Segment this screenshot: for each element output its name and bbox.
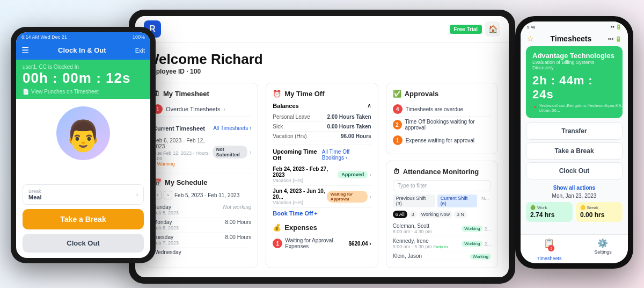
- attendance-filter[interactable]: Type to filter: [393, 180, 491, 191]
- previous-shift-tab[interactable]: Previous Shift (3): [393, 195, 435, 207]
- filter-3[interactable]: 3: [409, 211, 417, 218]
- warning-text: 1 Warning: [153, 161, 213, 167]
- not-submitted-badge: Not Submitted: [213, 146, 247, 159]
- attendance-klein[interactable]: Klein, Jason Working: [393, 251, 491, 261]
- lp-header: ☰ Clock In & Out Exit: [16, 42, 150, 60]
- expense-badge: 1: [273, 239, 282, 248]
- welcome-title: Welcome Richard: [146, 51, 498, 68]
- current-shift-tab[interactable]: Current Shift (6): [437, 195, 477, 207]
- all-bookings-link[interactable]: All Time Off Bookings ›: [322, 149, 371, 161]
- location-icon: 📍: [532, 106, 538, 111]
- filter-all[interactable]: 6 All: [393, 211, 407, 218]
- due-date: Due Feb 12, 2023 · Hours: 0.00: [153, 150, 213, 161]
- hamburger-icon[interactable]: ☰: [21, 45, 29, 55]
- time-off-card-title: ⏰ My Time Off: [273, 90, 371, 98]
- employee-id: Employee ID · 100: [146, 68, 498, 75]
- rp-header: ☆ Timesheets ••• 🔋: [521, 32, 628, 46]
- personal-leave-row: Personal Leave 2.00 Hours Taken: [273, 112, 371, 122]
- expense-row[interactable]: 1 Waiting for Approval Expenses $620.04 …: [273, 236, 371, 251]
- approvals-card: ✅ Approvals 4 Timesheets are overdue 2 T…: [386, 83, 498, 154]
- rp-transfer-button[interactable]: Transfer: [526, 123, 623, 140]
- working-badge-3: Working: [470, 254, 491, 260]
- left-phone-screen: 6:14 AM Wed Dec 21 100% ☰ Clock In & Out…: [16, 32, 150, 258]
- approvals-title: ✅ Approvals: [393, 90, 491, 98]
- schedule-date-range: Feb 5, 2023 - Feb 11, 2023: [174, 192, 239, 198]
- rp-take-break-button[interactable]: Take a Break: [526, 142, 623, 160]
- attendance-kennedy[interactable]: Kennedy, Irene 9:00 am - 5:30 pm Early I…: [393, 236, 491, 251]
- vacation-row: Vacation (Hrs) 96.00 Hours: [273, 132, 371, 141]
- tablet-header: R Free Trial 🏠: [135, 16, 509, 42]
- rp-time: 9:48: [527, 25, 536, 30]
- lp-clocked-in-banner: user1, CC is Clocked In 00h : 00m : 12s …: [16, 60, 150, 99]
- waiting-badge: Waiting for Approval: [327, 191, 368, 203]
- tablet-screen: R Free Trial 🏠 Welcome Richard Employee …: [135, 16, 509, 277]
- rp-green-card: Advantage Technologies Evaluation of Bil…: [526, 46, 623, 118]
- schedule-nav-row: ‹ › Feb 5, 2023 - Feb 11, 2023: [153, 191, 251, 199]
- lp-break-type-value: Meal: [28, 194, 41, 200]
- home-icon[interactable]: 🏠: [485, 21, 500, 37]
- rp-timer: 2h : 44m : 24s: [532, 74, 616, 102]
- work-icon: 🟢: [530, 205, 536, 210]
- expenses-title: 💰 Expenses: [273, 224, 371, 232]
- chevron-right-icon: ›: [224, 106, 225, 112]
- dashboard-grid: 🗓 My Timesheet 1 Overdue Timesheets › Cu…: [146, 83, 498, 268]
- overdue-timesheets-row[interactable]: 1 Overdue Timesheets ›: [153, 102, 251, 117]
- filter-3b[interactable]: 3 N: [454, 211, 467, 218]
- timeoff-badge: 2: [393, 120, 402, 129]
- book-time-off-link[interactable]: Book Time Off +: [273, 210, 371, 217]
- left-phone: 6:14 AM Wed Dec 21 100% ☰ Clock In & Out…: [11, 27, 156, 263]
- working-badge: Working: [462, 226, 482, 232]
- approval-timeoff-row[interactable]: 2 Time Off Bookings waiting for approval: [393, 117, 491, 133]
- rp-clock-out-button[interactable]: Clock Out: [526, 162, 623, 179]
- rp-status-bar-icons: ••• 🔋: [608, 36, 621, 42]
- free-trial-button[interactable]: Free Trial: [450, 25, 482, 34]
- collapse-icon[interactable]: ∧: [367, 102, 371, 109]
- break-icon: 🟡: [580, 205, 586, 210]
- attendance-coleman[interactable]: Coleman, Scott 8:00 am - 4:30 pm Working…: [393, 221, 491, 236]
- tablet: R Free Trial 🏠 Welcome Richard Employee …: [129, 10, 515, 284]
- rp-work-row: 🟢 Work 2.74 hrs 🟡 Break 0.00 hrs: [521, 202, 628, 226]
- next-indicator: N...: [479, 195, 491, 207]
- working-badge-2: Working: [462, 241, 482, 247]
- upcoming-item-1[interactable]: Feb 24, 2023 - Feb 27, 2023 Vacation (Hr…: [273, 164, 371, 186]
- attendance-card: ⏱ Attendance Monitoring Type to filter P…: [386, 161, 498, 268]
- time-off-card: ⏰ My Time Off Balances ∧ Personal Leave …: [266, 83, 378, 268]
- rp-app-title: Timesheets: [550, 34, 591, 43]
- shift-tabs: Previous Shift (3) Current Shift (6) N..…: [393, 195, 491, 207]
- schedule-sunday: SundayFeb 5, 2023 Not working: [153, 203, 251, 218]
- lp-take-break-button[interactable]: Take a Break: [23, 209, 144, 229]
- approval-timesheets-row[interactable]: 4 Timesheets are overdue: [393, 102, 491, 117]
- upcoming-item-2[interactable]: Jun 4, 2023 - Jun 10, 20... Vacation (Hr…: [273, 186, 371, 208]
- schedule-monday: MondayFeb 6, 2023 8.00 Hours: [153, 218, 251, 233]
- rp-location: 📍 Yeshwanthpur,Bengaluru,Yeshwanthpur,KA…: [532, 103, 616, 113]
- lp-punch-link[interactable]: 📄 View Punches on Timesheet: [23, 89, 144, 95]
- filter-tabs: 6 All 3 Working Now 3 N: [393, 211, 491, 218]
- timesheets-badge: 2: [548, 245, 554, 251]
- approved-badge: Approved: [338, 171, 368, 178]
- filter-working-now[interactable]: Working Now: [419, 211, 452, 218]
- rp-break-card: 🟡 Break 0.00 hrs: [576, 202, 623, 222]
- lp-clock-out-button[interactable]: Clock Out: [23, 234, 144, 253]
- lp-exit-button[interactable]: Exit: [135, 47, 145, 54]
- rp-nav-settings[interactable]: ⚙️ Settings: [594, 238, 612, 261]
- current-timesheet-label: Current Timesheet: [153, 125, 205, 132]
- attendance-title: ⏱ Attendance Monitoring: [393, 168, 491, 176]
- next-week-button[interactable]: ›: [164, 191, 172, 199]
- approval-expense-row[interactable]: 1 Expense waiting for approval: [393, 133, 491, 147]
- timesheet-card: 🗓 My Timesheet 1 Overdue Timesheets › Cu…: [146, 83, 258, 268]
- rp-work-card: 🟢 Work 2.74 hrs: [526, 202, 573, 222]
- all-timesheets-link[interactable]: All Timesheets ›: [213, 125, 251, 131]
- star-icon[interactable]: ☆: [527, 34, 534, 43]
- timesheet-row[interactable]: Feb 6, 2023 - Feb 12, 2023 Due Feb 12, 2…: [153, 135, 251, 169]
- avatar-image: 👨: [64, 121, 102, 151]
- scene: 6:14 AM Wed Dec 21 100% ☰ Clock In & Out…: [0, 0, 644, 288]
- rp-break-val: 0.00 hrs: [580, 211, 618, 219]
- lp-break-section: Break Meal › Take a Break Clock Out: [16, 164, 150, 258]
- rp-nav-timesheets[interactable]: 📋 2 Timesheets: [537, 238, 561, 261]
- chevron-right-icon: ›: [250, 149, 251, 155]
- rp-sub-2: Discovery: [532, 65, 616, 70]
- lp-break-row[interactable]: Break Meal ›: [23, 184, 144, 205]
- lp-clocked-label: user1, CC is Clocked In: [23, 64, 144, 70]
- schedule-card-title: 📅 My Schedule: [153, 178, 251, 186]
- rp-show-all-actions[interactable]: Show all actions: [521, 184, 628, 192]
